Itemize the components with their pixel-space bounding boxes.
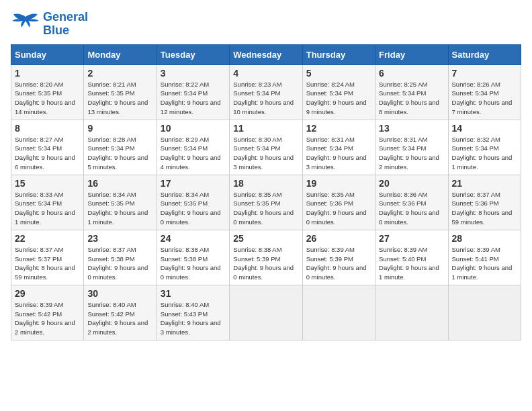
calendar-cell: 7 Sunrise: 8:26 AM Sunset: 5:34 PM Dayli… [448,64,521,120]
calendar-cell [448,285,521,340]
day-info: Sunrise: 8:23 AM Sunset: 5:34 PM Dayligh… [233,80,298,117]
sunset-label: Sunset: 5:36 PM [306,199,353,207]
day-number: 2 [87,68,152,79]
calendar-cell: 24 Sunrise: 8:38 AM Sunset: 5:38 PM Dayl… [157,230,229,285]
calendar-cell: 19 Sunrise: 8:35 AM Sunset: 5:36 PM Dayl… [302,175,375,230]
day-info: Sunrise: 8:39 AM Sunset: 5:40 PM Dayligh… [379,245,444,282]
calendar-week-row: 8 Sunrise: 8:27 AM Sunset: 5:34 PM Dayli… [11,120,521,175]
daylight-label: Daylight: 9 hours and 2 minutes. [87,319,148,336]
day-info: Sunrise: 8:32 AM Sunset: 5:34 PM Dayligh… [452,135,517,172]
day-number: 6 [379,68,444,79]
sunset-label: Sunset: 5:39 PM [306,255,353,263]
sunrise-label: Sunrise: 8:40 AM [161,301,209,308]
day-info: Sunrise: 8:39 AM Sunset: 5:41 PM Dayligh… [452,245,517,282]
daylight-label: Daylight: 9 hours and 3 minutes. [306,154,367,171]
calendar-cell: 16 Sunrise: 8:34 AM Sunset: 5:35 PM Dayl… [84,175,157,230]
daylight-label: Daylight: 9 hours and 9 minutes. [306,99,367,116]
logo-blue: Blue [43,24,88,38]
calendar-cell: 1 Sunrise: 8:20 AM Sunset: 5:35 PM Dayli… [11,64,84,120]
calendar-cell: 15 Sunrise: 8:33 AM Sunset: 5:34 PM Dayl… [11,175,84,230]
day-number: 4 [233,68,298,79]
sunset-label: Sunset: 5:36 PM [452,199,499,207]
day-info: Sunrise: 8:24 AM Sunset: 5:34 PM Dayligh… [306,80,371,117]
calendar-cell [230,285,302,340]
day-info: Sunrise: 8:27 AM Sunset: 5:34 PM Dayligh… [15,135,80,172]
daylight-label: Daylight: 9 hours and 0 minutes. [161,209,221,226]
day-info: Sunrise: 8:31 AM Sunset: 5:34 PM Dayligh… [306,135,371,172]
sunrise-label: Sunrise: 8:31 AM [379,136,427,143]
sunset-label: Sunset: 5:37 PM [15,255,62,263]
day-info: Sunrise: 8:21 AM Sunset: 5:35 PM Dayligh… [87,80,152,117]
calendar-cell: 10 Sunrise: 8:29 AM Sunset: 5:34 PM Dayl… [157,120,229,175]
daylight-label: Daylight: 9 hours and 13 minutes. [87,99,148,116]
sunrise-label: Sunrise: 8:39 AM [306,246,355,253]
day-info: Sunrise: 8:39 AM Sunset: 5:39 PM Dayligh… [306,245,371,282]
day-number: 15 [15,178,80,189]
sunrise-label: Sunrise: 8:40 AM [87,301,136,308]
daylight-label: Daylight: 9 hours and 0 minutes. [233,264,294,281]
daylight-label: Daylight: 9 hours and 1 minute. [452,154,513,171]
calendar-week-row: 29 Sunrise: 8:39 AM Sunset: 5:42 PM Dayl… [11,285,521,340]
day-number: 8 [15,123,80,134]
sunrise-label: Sunrise: 8:24 AM [306,81,355,88]
sunrise-label: Sunrise: 8:27 AM [15,136,63,143]
day-number: 29 [15,288,80,299]
day-number: 26 [306,233,371,244]
calendar-cell: 31 Sunrise: 8:40 AM Sunset: 5:43 PM Dayl… [157,285,229,340]
day-header-friday: Friday [375,44,448,64]
day-number: 25 [233,233,298,244]
day-info: Sunrise: 8:28 AM Sunset: 5:34 PM Dayligh… [87,135,152,172]
sunset-label: Sunset: 5:34 PM [15,144,62,152]
calendar-cell: 6 Sunrise: 8:25 AM Sunset: 5:34 PM Dayli… [375,64,448,120]
daylight-label: Daylight: 8 hours and 59 minutes. [15,264,75,281]
calendar-cell: 14 Sunrise: 8:32 AM Sunset: 5:34 PM Dayl… [448,120,521,175]
day-number: 12 [306,123,371,134]
sunrise-label: Sunrise: 8:26 AM [452,81,500,88]
day-number: 31 [161,288,226,299]
sunrise-label: Sunrise: 8:37 AM [452,191,500,198]
sunrise-label: Sunrise: 8:39 AM [15,301,63,308]
daylight-label: Daylight: 9 hours and 12 minutes. [161,99,221,116]
calendar-week-row: 22 Sunrise: 8:37 AM Sunset: 5:37 PM Dayl… [11,230,521,285]
day-info: Sunrise: 8:20 AM Sunset: 5:35 PM Dayligh… [15,80,80,117]
calendar-cell: 4 Sunrise: 8:23 AM Sunset: 5:34 PM Dayli… [230,64,302,120]
sunrise-label: Sunrise: 8:38 AM [161,246,209,253]
calendar-cell: 23 Sunrise: 8:37 AM Sunset: 5:38 PM Dayl… [84,230,157,285]
day-header-thursday: Thursday [302,44,375,64]
sunrise-label: Sunrise: 8:37 AM [15,246,63,253]
sunrise-label: Sunrise: 8:39 AM [452,246,500,253]
daylight-label: Daylight: 9 hours and 8 minutes. [379,99,439,116]
calendar-cell: 2 Sunrise: 8:21 AM Sunset: 5:35 PM Dayli… [84,64,157,120]
calendar-cell: 25 Sunrise: 8:38 AM Sunset: 5:39 PM Dayl… [230,230,302,285]
day-number: 30 [87,288,152,299]
sunrise-label: Sunrise: 8:38 AM [233,246,281,253]
calendar-week-row: 1 Sunrise: 8:20 AM Sunset: 5:35 PM Dayli… [11,64,521,120]
day-number: 17 [161,178,226,189]
daylight-label: Daylight: 9 hours and 1 minute. [87,209,148,226]
daylight-label: Daylight: 8 hours and 59 minutes. [452,209,513,226]
day-info: Sunrise: 8:30 AM Sunset: 5:34 PM Dayligh… [233,135,298,172]
day-number: 11 [233,123,298,134]
calendar-cell: 13 Sunrise: 8:31 AM Sunset: 5:34 PM Dayl… [375,120,448,175]
sunset-label: Sunset: 5:34 PM [161,144,208,152]
day-number: 23 [87,233,152,244]
logo-icon [11,11,40,37]
day-number: 3 [161,68,226,79]
calendar-cell: 30 Sunrise: 8:40 AM Sunset: 5:42 PM Dayl… [84,285,157,340]
day-number: 14 [452,123,517,134]
day-number: 20 [379,178,444,189]
daylight-label: Daylight: 9 hours and 6 minutes. [15,154,75,171]
daylight-label: Daylight: 9 hours and 0 minutes. [161,264,221,281]
sunrise-label: Sunrise: 8:20 AM [15,81,63,88]
day-number: 21 [452,178,517,189]
day-info: Sunrise: 8:36 AM Sunset: 5:36 PM Dayligh… [379,190,444,227]
daylight-label: Daylight: 9 hours and 10 minutes. [233,99,294,116]
daylight-label: Daylight: 9 hours and 2 minutes. [379,154,439,171]
sunrise-label: Sunrise: 8:28 AM [87,136,136,143]
sunset-label: Sunset: 5:35 PM [87,199,134,207]
sunrise-label: Sunrise: 8:21 AM [87,81,136,88]
daylight-label: Daylight: 9 hours and 5 minutes. [87,154,148,171]
calendar-cell: 11 Sunrise: 8:30 AM Sunset: 5:34 PM Dayl… [230,120,302,175]
sunrise-label: Sunrise: 8:36 AM [379,191,427,198]
sunrise-label: Sunrise: 8:35 AM [233,191,281,198]
